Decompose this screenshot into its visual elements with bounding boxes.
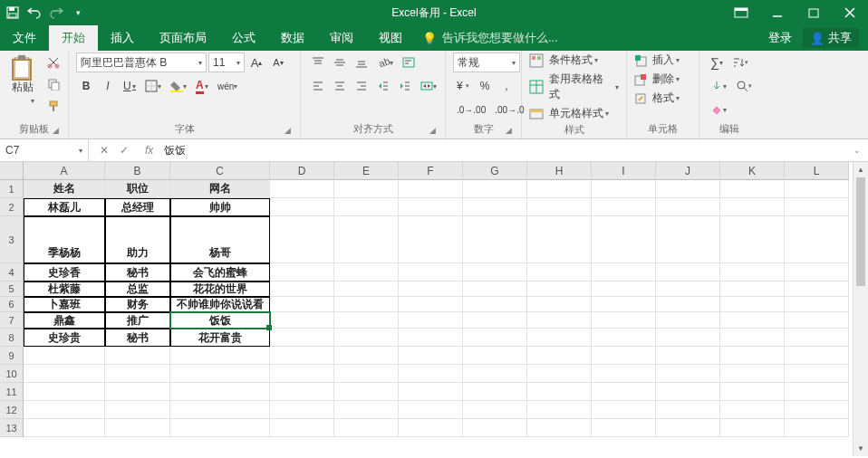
cell[interactable] [463,263,527,281]
cell[interactable] [527,180,592,198]
cell[interactable] [592,329,656,347]
cell[interactable] [527,347,592,365]
cell[interactable] [105,419,170,437]
cell[interactable] [592,263,656,281]
align-left-button[interactable] [308,76,328,96]
increase-indent-button[interactable] [395,76,415,96]
row-header[interactable]: 12 [0,401,24,419]
cell[interactable] [527,365,592,383]
cell[interactable] [463,312,527,329]
wrap-text-button[interactable] [399,52,419,72]
cell[interactable] [785,216,849,263]
align-right-button[interactable] [352,76,371,96]
format-painter-button[interactable] [43,96,63,116]
cell[interactable] [334,347,399,365]
cell[interactable] [463,281,527,297]
cut-button[interactable] [43,52,63,72]
cell[interactable] [656,312,720,329]
expand-formula-icon[interactable]: ⌄ [846,146,868,155]
formula-bar[interactable]: 饭饭 [159,143,846,158]
cell[interactable] [656,281,720,297]
cell[interactable] [170,383,270,401]
cell[interactable] [24,365,105,383]
cell[interactable] [24,401,105,419]
cell[interactable]: 卜嘉班 [24,297,105,312]
cell[interactable] [592,347,656,365]
cell[interactable] [720,312,785,329]
scroll-down-icon[interactable]: ▼ [854,441,868,456]
cell[interactable] [270,383,334,401]
find-button[interactable]: ▾ [732,76,756,96]
cell[interactable]: 杜紫藤 [24,281,105,297]
cell[interactable] [785,281,849,297]
cell[interactable] [399,312,463,329]
cell[interactable] [656,216,720,263]
tab-view[interactable]: 视图 [366,25,415,51]
cell[interactable] [656,347,720,365]
cell[interactable] [334,216,399,263]
cell[interactable] [463,198,527,216]
delete-cells-button[interactable]: 删除▾ [634,72,680,87]
row-header[interactable]: 11 [0,383,24,401]
cell[interactable] [785,180,849,198]
cell[interactable] [463,329,527,347]
login-link[interactable]: 登录 [768,30,792,46]
column-header[interactable]: K [720,162,785,180]
font-name-combo[interactable]: 阿里巴巴普惠体 B▾ [76,52,207,72]
merge-button[interactable]: ▾ [417,76,440,96]
dialog-launcher-icon[interactable]: ◢ [503,126,514,137]
cell[interactable] [527,216,592,263]
column-header[interactable]: L [785,162,849,180]
cell[interactable] [785,419,849,437]
cell[interactable]: 总经理 [105,198,170,216]
cell[interactable] [399,419,463,437]
cell[interactable] [270,281,334,297]
cell[interactable]: 史珍贵 [24,329,105,347]
paste-button[interactable]: 粘贴 ▾ [7,52,38,107]
cell[interactable] [785,312,849,329]
copy-button[interactable] [43,74,63,94]
cell[interactable]: 网名 [170,180,270,198]
autosum-button[interactable]: ∑▾ [707,52,727,72]
cell[interactable] [270,419,334,437]
scroll-up-icon[interactable]: ▲ [854,162,868,177]
tab-home[interactable]: 开始 [49,25,98,51]
scrollbar-thumb[interactable] [856,177,865,286]
cell[interactable] [270,263,334,281]
orientation-button[interactable]: ab▾ [373,52,397,72]
row-header[interactable]: 7 [0,312,24,329]
tab-formula[interactable]: 公式 [219,25,268,51]
decrease-indent-button[interactable] [373,76,393,96]
cell[interactable] [334,297,399,312]
cell[interactable] [656,329,720,347]
cell[interactable] [720,383,785,401]
minimize-icon[interactable] [765,2,790,24]
cell[interactable] [656,198,720,216]
cell[interactable] [592,281,656,297]
cell[interactable] [463,216,527,263]
row-header[interactable]: 8 [0,329,24,347]
cell[interactable] [334,281,399,297]
row-header[interactable]: 5 [0,281,24,297]
cell[interactable] [399,297,463,312]
redo-icon[interactable] [49,5,63,20]
cell[interactable] [399,198,463,216]
cell[interactable] [527,198,592,216]
cell[interactable] [170,419,270,437]
cell[interactable] [720,216,785,263]
cell[interactable] [270,297,334,312]
cell[interactable] [170,365,270,383]
cell[interactable] [720,329,785,347]
cell[interactable] [334,329,399,347]
cell[interactable] [399,281,463,297]
cell[interactable] [334,365,399,383]
cell[interactable] [24,383,105,401]
cell[interactable] [399,401,463,419]
align-top-button[interactable] [308,52,328,72]
dialog-launcher-icon[interactable]: ◢ [50,126,61,137]
table-format-button[interactable]: 套用表格格式▾ [529,72,619,102]
row-header[interactable]: 1 [0,180,24,198]
cell[interactable]: 总监 [105,281,170,297]
cell[interactable] [334,383,399,401]
cell[interactable] [334,263,399,281]
